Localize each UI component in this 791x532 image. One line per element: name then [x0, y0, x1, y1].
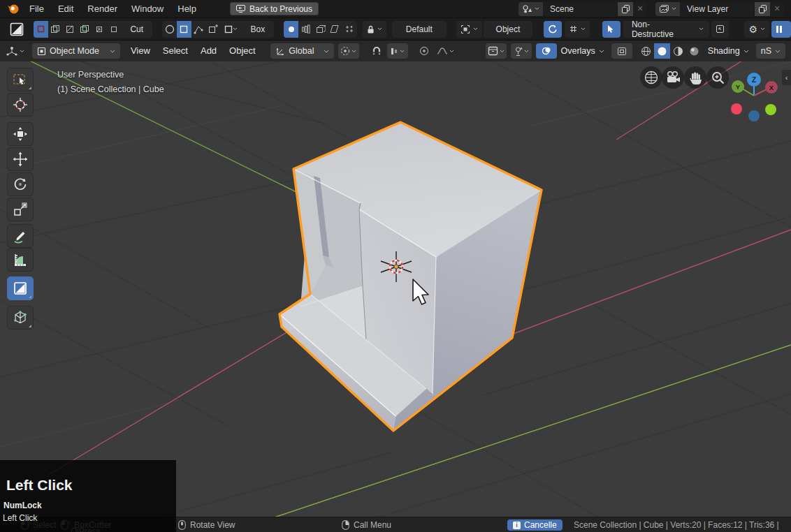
orbit-grid-button[interactable]	[640, 66, 662, 89]
grid-icon	[569, 24, 578, 34]
rendered-shading-button[interactable]	[686, 43, 702, 59]
menu-view[interactable]: View	[124, 40, 157, 61]
settings-dropdown[interactable]: ⚙	[744, 21, 769, 38]
solidify-button[interactable]	[313, 21, 328, 38]
tool-select-box[interactable]	[7, 68, 34, 91]
view-layer-name-field[interactable]: View Layer	[680, 2, 754, 16]
copy-icon	[759, 5, 767, 13]
cancel-button[interactable]: i Cancelle	[507, 519, 563, 531]
knife-mode-button[interactable]	[92, 21, 107, 38]
ngon-shape-button[interactable]	[191, 21, 206, 38]
tool-transform[interactable]	[7, 122, 34, 146]
menu-render[interactable]: Render	[80, 0, 124, 18]
tool-scale[interactable]	[7, 198, 34, 221]
gizmo-z-label: Z	[752, 76, 756, 84]
back-to-previous-button[interactable]: Back to Previous	[230, 2, 319, 15]
inset-mode-button[interactable]	[78, 21, 92, 38]
tool-boxcutter[interactable]	[7, 276, 34, 300]
view-layer-selector: View Layer ✕	[655, 2, 784, 16]
rotate-tool-icon	[13, 177, 28, 192]
tool-annotate[interactable]	[7, 224, 34, 248]
addon-dropdown[interactable]: nS	[756, 43, 785, 59]
chevron-down-icon[interactable]	[599, 50, 604, 53]
cut-mode-button[interactable]	[34, 21, 48, 38]
shading-label[interactable]: Shading	[708, 46, 740, 56]
view-layer-browse-button[interactable]	[655, 2, 680, 16]
shading-mode-group	[638, 43, 702, 59]
behavior-dropdown[interactable]	[456, 21, 482, 38]
solid-shading-button[interactable]	[654, 43, 670, 59]
editor-type-dropdown[interactable]	[4, 43, 27, 59]
tool-settings-bar: Cut Box Default Object	[0, 18, 791, 40]
snap-grid-button[interactable]	[342, 21, 357, 38]
xray-toggle[interactable]	[611, 43, 632, 59]
menu-add[interactable]: Add	[194, 40, 223, 61]
union-mode-button[interactable]	[48, 21, 63, 38]
operation-preset[interactable]: Default	[392, 21, 447, 38]
pivot-point-dropdown[interactable]	[338, 43, 359, 59]
array-button[interactable]	[298, 21, 313, 38]
scene-name-field[interactable]: Scene	[543, 2, 617, 16]
snap-toggle[interactable]	[366, 43, 387, 59]
show-gizmo-dropdown[interactable]	[511, 43, 532, 59]
box-shape-button[interactable]	[177, 21, 191, 38]
chevron-down-icon[interactable]	[743, 50, 749, 53]
remove-view-layer-button[interactable]: ✕	[770, 2, 784, 16]
menu-file[interactable]: File	[22, 0, 51, 18]
wireframe-shading-button[interactable]	[638, 43, 654, 59]
gizmo-y-label: Y	[736, 83, 741, 91]
pan-view-button[interactable]	[684, 66, 706, 89]
snap-settings-dropdown[interactable]	[387, 43, 408, 59]
shape-label[interactable]: Box	[242, 24, 275, 34]
boxcutter-tool-icon[interactable]	[8, 21, 25, 38]
behavior-value[interactable]: Object	[484, 21, 532, 38]
custom-shape-button[interactable]	[206, 21, 221, 38]
unlink-scene-button[interactable]: ✕	[633, 2, 647, 16]
mirror-toggle-button[interactable]	[544, 21, 562, 38]
blender-logo-icon[interactable]	[7, 3, 20, 15]
transform-orientation-dropdown[interactable]: Global	[270, 43, 333, 59]
new-scene-button[interactable]	[617, 2, 633, 16]
new-view-layer-button[interactable]	[754, 2, 770, 16]
overlays-label[interactable]: Overlays	[561, 46, 595, 56]
menu-object[interactable]: Object	[223, 40, 262, 61]
circle-shape-button[interactable]	[162, 21, 177, 38]
bevel-button[interactable]	[328, 21, 342, 38]
extract-mode-button[interactable]	[107, 21, 122, 38]
menu-window[interactable]: Window	[124, 0, 170, 18]
camera-view-button[interactable]	[662, 66, 684, 89]
proportional-falloff-dropdown[interactable]	[435, 43, 456, 59]
view-perspective-label: User Perspective	[57, 68, 164, 82]
status-select-hint: Select	[21, 520, 56, 530]
zoom-view-button[interactable]	[706, 66, 729, 89]
behavior-label: Object	[484, 24, 532, 34]
tool-cube-add[interactable]	[7, 306, 34, 330]
menu-edit[interactable]: Edit	[51, 0, 80, 18]
chevron-down-icon	[377, 27, 382, 31]
material-preview-button[interactable]	[670, 43, 686, 59]
menu-select[interactable]: Select	[157, 40, 194, 61]
grid-settings-dropdown[interactable]	[565, 21, 590, 38]
tool-measure[interactable]	[7, 248, 34, 272]
overlays-toggle[interactable]	[536, 43, 557, 59]
origin-center-button[interactable]	[284, 21, 298, 38]
proportional-circle-icon	[419, 46, 429, 56]
apply-box-button[interactable]	[711, 21, 730, 38]
object-type-visibility-dropdown[interactable]	[486, 43, 507, 59]
pause-toggle-button[interactable]	[771, 21, 791, 38]
boolean-mode-label[interactable]: Cut	[121, 24, 152, 34]
pipeline-dropdown[interactable]: Non-Destructive	[623, 21, 709, 38]
sidebar-toggle[interactable]: ‹	[782, 70, 791, 85]
proportional-editing-toggle[interactable]	[414, 43, 435, 59]
menu-help[interactable]: Help	[170, 0, 203, 18]
gizmo-x-label: X	[769, 84, 774, 91]
shape-dropdown[interactable]	[221, 21, 242, 38]
lock-dropdown[interactable]	[363, 21, 386, 38]
tool-move[interactable]	[7, 147, 34, 171]
mode-dropdown[interactable]: Object Mode	[32, 43, 120, 59]
slice-mode-button[interactable]	[63, 21, 78, 38]
scene-browse-button[interactable]	[518, 2, 543, 16]
tool-cursor[interactable]	[7, 93, 34, 117]
tool-rotate[interactable]	[7, 172, 34, 196]
cursor-snap-toggle[interactable]	[602, 21, 621, 38]
